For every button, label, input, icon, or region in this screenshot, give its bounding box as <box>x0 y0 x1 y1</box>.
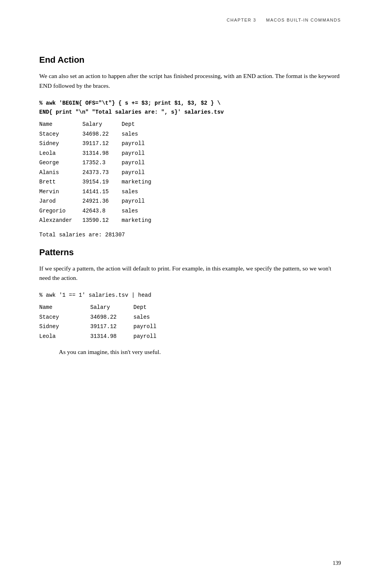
patterns-code: % awk '1 == 1' salaries.tsv | head <box>39 291 341 300</box>
end-action-table: Name Salary Dept Stacey 34698.22 sales S… <box>39 120 341 225</box>
table-row: Mervin 14141.15 sales <box>39 187 341 197</box>
col-dept-header: Dept <box>133 303 147 312</box>
table-row: Alanis 24373.73 payroll <box>39 168 341 178</box>
page: CHAPTER 3 MACOS BUILT-IN COMMANDS End Ac… <box>0 0 388 588</box>
page-header: CHAPTER 3 MACOS BUILT-IN COMMANDS <box>227 18 341 22</box>
table-row: Leola 31314.98 payroll <box>39 149 341 158</box>
patterns-note: As you can imagine, this isn't very usef… <box>59 347 341 357</box>
table-row: Sidney 39117.12 payroll <box>39 139 341 149</box>
table-row: Gregorio 42643.8 sales <box>39 206 341 216</box>
end-action-section: End Action We can also set an action to … <box>39 55 341 238</box>
table-row: Brett 39154.19 marketing <box>39 177 341 187</box>
page-number: 139 <box>333 560 341 566</box>
total-line: Total salaries are: 281307 <box>39 232 341 238</box>
col-salary-header: Salary <box>90 303 133 312</box>
table-row: Sidney 39117.12 payroll <box>39 322 341 332</box>
patterns-heading: Patterns <box>39 247 341 258</box>
col-dept-header: Dept <box>122 120 135 129</box>
code-line-2: END{ print "\n" "Total salaries are: ", … <box>39 108 341 117</box>
table-row: Jarod 24921.36 payroll <box>39 196 341 206</box>
end-action-body: We can also set an action to happen afte… <box>39 71 341 91</box>
table-row: Leola 31314.98 payroll <box>39 332 341 341</box>
table-header-row: Name Salary Dept <box>39 303 341 312</box>
table-header-row: Name Salary Dept <box>39 120 341 129</box>
chapter-label: CHAPTER 3 <box>227 18 256 22</box>
code-line-1: % awk 'BEGIN{ OFS="\t"} { s += $3; print… <box>39 99 341 108</box>
patterns-table: Name Salary Dept Stacey 34698.22 sales S… <box>39 303 341 341</box>
table-row: George 17352.3 payroll <box>39 158 341 168</box>
col-salary-header: Salary <box>82 120 122 129</box>
chapter-title: MACOS BUILT-IN COMMANDS <box>266 18 341 22</box>
col-name-header: Name <box>39 303 90 312</box>
end-action-heading: End Action <box>39 55 341 65</box>
table-row: Stacey 34698.22 sales <box>39 312 341 322</box>
end-action-code: % awk 'BEGIN{ OFS="\t"} { s += $3; print… <box>39 99 341 118</box>
patterns-body: If we specify a pattern, the action will… <box>39 264 341 283</box>
patterns-section: Patterns If we specify a pattern, the ac… <box>39 247 341 357</box>
table-row: Alexzander 13590.12 marketing <box>39 216 341 225</box>
col-name-header: Name <box>39 120 82 129</box>
table-row: Stacey 34698.22 sales <box>39 129 341 139</box>
patterns-command: % awk '1 == 1' salaries.tsv | head <box>39 291 341 300</box>
